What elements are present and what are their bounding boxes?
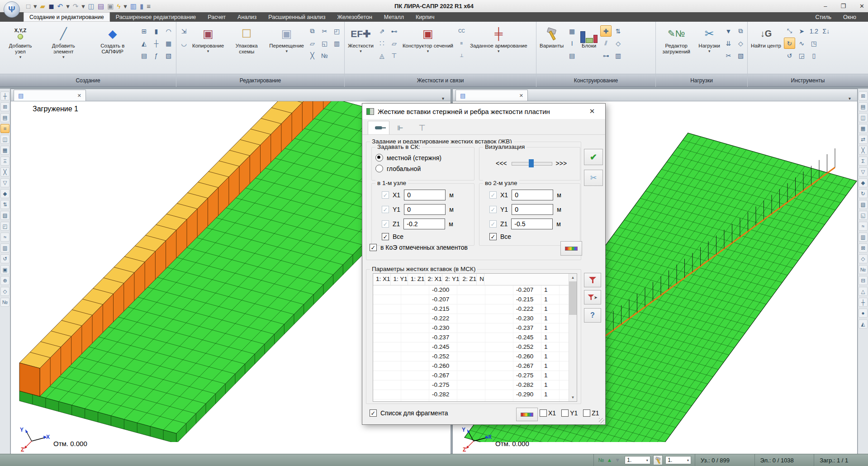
x1-enable-checkbox[interactable] xyxy=(489,191,497,199)
node2-y1-field[interactable] xyxy=(512,204,553,215)
pack-model-button[interactable]: ☐ Упаковка схемы xyxy=(227,23,266,59)
right-toolbar-icon[interactable]: ▽ xyxy=(859,167,868,176)
left-view-tab[interactable]: ▤ ✕ xyxy=(14,90,86,101)
right-toolbar-icon[interactable]: ≈ xyxy=(859,222,868,231)
params-table[interactable]: 1: X11: Y11: Z12: X12: Y12: Z1N -0.200 -… xyxy=(373,273,577,402)
node1-z1-field[interactable] xyxy=(403,219,445,229)
column-header[interactable]: 1: Y1 xyxy=(391,274,408,285)
window-menu[interactable]: Окно xyxy=(843,14,856,20)
left-toolbar-icon[interactable]: ≈ xyxy=(0,233,9,242)
distributed-load-icon[interactable]: ⇊ xyxy=(723,38,734,49)
qat-customize-icon[interactable]: ≡ xyxy=(147,3,151,10)
table-row[interactable]: -0.267 -0.275 1 xyxy=(373,371,577,380)
load-diagram-icon[interactable]: ∿ xyxy=(796,38,807,49)
left-toolbar-icon[interactable]: ⊕ xyxy=(0,276,9,285)
find-center-button[interactable]: ↓G Найти центр xyxy=(749,23,783,53)
tab-bar-rigid-inserts[interactable] xyxy=(368,121,389,134)
filter-button[interactable] xyxy=(584,273,601,287)
dropdown-caret-icon[interactable]: ▾ xyxy=(33,3,37,10)
scroll-down-icon[interactable]: ▼ xyxy=(569,394,577,401)
fxy-surface-icon[interactable]: ƒ xyxy=(151,50,162,61)
plate-head-icon[interactable]: ◇ xyxy=(612,38,624,49)
axis-filter-checkbox[interactable]: X1 xyxy=(540,409,556,417)
lock-icon[interactable]: ▮ xyxy=(140,3,143,10)
fragment-checkbox[interactable] xyxy=(370,409,377,417)
right-toolbar-icon[interactable]: № xyxy=(859,265,868,274)
dashed-grid-icon[interactable]: ▧ xyxy=(163,50,174,61)
right-toolbar-icon[interactable]: ▧ xyxy=(859,200,868,209)
koe-checkbox[interactable] xyxy=(370,244,377,251)
dome-icon[interactable]: ◠ xyxy=(163,25,174,37)
column-header[interactable]: 1: X1 xyxy=(373,274,391,285)
given-reinforcement-button[interactable]: ╪ Заданное армирование ▾ xyxy=(469,23,529,53)
book-icon[interactable]: ▤ xyxy=(98,3,104,10)
table-row[interactable]: -0.200 -0.207 1 xyxy=(373,285,577,295)
c-quarters-icon[interactable]: ◲ xyxy=(796,50,807,61)
slider-thumb[interactable] xyxy=(529,159,534,167)
left-toolbar-icon[interactable]: ▦ xyxy=(0,146,9,155)
left-toolbar-icon[interactable]: ▤ xyxy=(0,113,9,122)
cc-unify-icon[interactable]: CC xyxy=(456,25,467,37)
section-designer-button[interactable]: ▣ Конструктор сечений ▾ xyxy=(401,23,455,53)
left-toolbar-icon[interactable]: ◆ xyxy=(0,189,9,198)
right-toolbar-icon[interactable]: ◱ xyxy=(859,211,868,220)
left-toolbar-icon[interactable]: ↺ xyxy=(0,254,9,263)
hinge-truss-icon[interactable]: ◬ xyxy=(376,50,388,61)
tab-node-inserts[interactable]: ⊩ xyxy=(389,121,411,134)
help-button[interactable]: ? xyxy=(584,308,601,323)
table-row[interactable]: -0.215 -0.222 1 xyxy=(373,304,577,314)
refresh-selected-icon[interactable]: ↻ xyxy=(784,38,795,49)
flash-calc-icon[interactable]: ϟ xyxy=(117,3,120,10)
apply-button[interactable]: ✔ xyxy=(584,149,603,165)
dropdown-caret-icon[interactable]: ▾ xyxy=(81,3,85,10)
column-load-icon[interactable]: ▯ xyxy=(808,50,820,61)
scale-copy-icon[interactable]: ◱ xyxy=(319,38,330,49)
variants-button[interactable]: Варианты xyxy=(538,23,565,53)
variant-combo[interactable]: 1.▾ xyxy=(665,456,691,464)
ribbon-tab[interactable]: Создание и редактирование xyxy=(24,12,110,22)
erase-icon[interactable]: ╳ xyxy=(307,50,318,61)
dropdown-caret-icon[interactable]: ▾ xyxy=(123,3,127,10)
dialog-close-button[interactable]: ✕ xyxy=(583,105,601,118)
right-toolbar-icon[interactable]: ▦ xyxy=(859,124,868,133)
node1-y1-field[interactable] xyxy=(404,204,446,215)
wall-block-icon[interactable]: ▥ xyxy=(612,50,624,61)
table-row[interactable]: -0.207 -0.215 1 xyxy=(373,295,577,304)
sync-blocks-icon[interactable]: ⇅ xyxy=(612,25,624,37)
axis-filter-checkbox[interactable]: Y1 xyxy=(561,409,578,417)
column-header[interactable]: 2: X1 xyxy=(425,274,443,285)
prev-load-icon[interactable]: ▲ xyxy=(607,457,612,463)
open-icon[interactable]: ▰ xyxy=(40,3,46,10)
rounding-icon[interactable]: 1.2 xyxy=(808,25,820,37)
tab-plate-ribs[interactable]: ⊤ xyxy=(411,121,433,134)
color-scale-button-2[interactable] xyxy=(516,408,538,421)
ribbon-tab[interactable]: Анализ xyxy=(232,12,262,22)
add-node-button[interactable]: X,Y,Z Добавить узел ▾ xyxy=(2,23,39,59)
building-icon[interactable]: ▤ xyxy=(138,50,150,61)
style-menu[interactable]: Стиль xyxy=(815,14,831,20)
tab-list-caret-icon[interactable]: ▾ xyxy=(849,96,854,101)
tab-close-icon[interactable]: ✕ xyxy=(77,93,81,99)
left-toolbar-icon[interactable]: ⊞ xyxy=(0,102,9,111)
ribbon-tab[interactable]: Металл xyxy=(378,12,410,22)
dialog-resize-grip[interactable] xyxy=(599,418,604,423)
right-toolbar-icon[interactable]: △ xyxy=(859,287,868,296)
left-toolbar-icon[interactable]: ▥ xyxy=(0,243,9,252)
table-row[interactable]: -0.245 -0.252 1 xyxy=(373,342,577,352)
right-toolbar-icon[interactable]: ╳ xyxy=(859,146,868,155)
slider-decrease[interactable]: <<< xyxy=(496,160,507,167)
left-toolbar-icon[interactable]: ◰ xyxy=(0,222,9,231)
radio-global-cs[interactable]: глобальной xyxy=(375,165,474,172)
slider-increase[interactable]: >>> xyxy=(556,160,567,167)
load-case-combo[interactable]: 1.▾ xyxy=(625,456,650,464)
cursor-select-icon[interactable]: ➤ xyxy=(796,25,807,37)
right-toolbar-icon[interactable]: ⇄ xyxy=(859,135,868,144)
visualization-slider[interactable] xyxy=(512,159,551,167)
stiffness-button[interactable]: EF✚ Жесткости ▾ xyxy=(346,23,375,53)
supports-icon[interactable]: ⇗ xyxy=(376,25,388,37)
axis-filter-checkbox[interactable]: Z1 xyxy=(583,409,599,417)
cut-loads-icon[interactable]: ✂ xyxy=(723,50,734,61)
plate-icon[interactable]: ▱ xyxy=(389,38,400,49)
add-link-icon[interactable]: ⊶ xyxy=(600,50,612,61)
column-header[interactable]: 2: Y1 xyxy=(442,274,460,285)
